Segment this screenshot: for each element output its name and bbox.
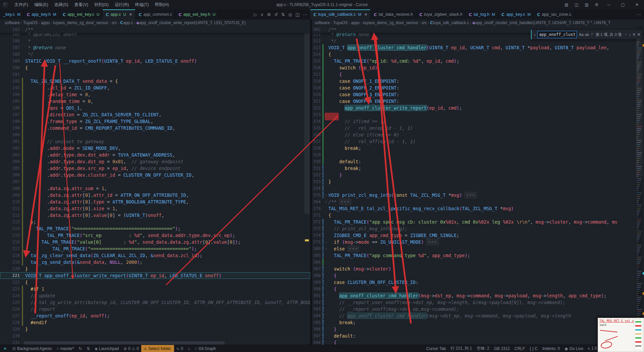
code-line[interactable]: 200 bbox=[0, 131, 310, 138]
code-line[interactable]: 193 .zcl_id = ZCL_ID_ONOFF, bbox=[0, 84, 310, 91]
code-line[interactable]: 315 TAL_PR_TRACE("ep_id: %d,cmd: %d", ep… bbox=[312, 58, 644, 64]
remote-indicator[interactable]: ✕ bbox=[0, 345, 10, 352]
code-line[interactable]: 322 app_onoff_cluster_write_report(ep_id… bbox=[312, 105, 644, 111]
code-line[interactable]: 327 // rel_off(ep_id - 1, 1) bbox=[312, 138, 644, 145]
code-line[interactable]: 397 default: bbox=[312, 333, 644, 339]
tab-app.c[interactable]: Capp.cU✕ bbox=[103, 9, 136, 19]
find-option-ab[interactable]: ab bbox=[584, 33, 590, 37]
folded-code-ellipsis[interactable]: ··· bbox=[347, 245, 360, 252]
code-line[interactable]: 206 .addr.type.dev.cluster_id = CLUSTER_… bbox=[0, 172, 310, 178]
menu-item-r[interactable]: 运行(R) bbox=[112, 0, 132, 9]
tab-tuya_zigbee_stack.h[interactable]: Ctuya_zigbee_stack.h bbox=[416, 9, 466, 19]
toggle-panel-icon[interactable]: ▤ bbox=[561, 2, 572, 7]
code-line[interactable]: 387 switch (msg->cluster) bbox=[312, 266, 644, 272]
launchpad[interactable]: ◈Launchpad bbox=[92, 345, 121, 352]
code-line[interactable]: 198 .frame_type = ZG_ZCL_FRAME_TYPE_GLOB… bbox=[0, 118, 310, 125]
find-close-button[interactable]: ✕ bbox=[636, 32, 641, 37]
find-option-[interactable]: .* bbox=[590, 33, 593, 37]
code-line[interactable]: 220} bbox=[0, 266, 310, 272]
menu-item-v[interactable]: 查看(V) bbox=[71, 0, 91, 9]
code-line[interactable]: 317 { bbox=[312, 71, 644, 78]
code-line[interactable]: 372 TAL_PR_TRACE("app spec msg cb: clust… bbox=[312, 219, 644, 225]
breadcrumb-item[interactable]: app_onoff_cluster_write_report(UINT8_T, … bbox=[139, 20, 246, 25]
code-line[interactable]: 221VOID_T app_onoff_cluster_write_report… bbox=[0, 272, 310, 279]
problems[interactable]: ⊘0⚠0 bbox=[121, 345, 141, 352]
find-prev-button[interactable]: ↑ bbox=[624, 32, 628, 37]
code-line[interactable]: 374 ZIGBEE_CMD_E app_cmd_type = ZIGBEE_C… bbox=[312, 232, 644, 239]
fold-chevron-icon[interactable]: › bbox=[324, 245, 328, 252]
cursor-position[interactable]: 行 221, 列 1 bbox=[448, 345, 474, 352]
code-line[interactable]: 319 case ONOFF_2_ENDPOINT: bbox=[312, 84, 644, 91]
code-line[interactable]: 314{ bbox=[312, 51, 644, 58]
left-horizontal-scrollbar[interactable] bbox=[23, 341, 225, 345]
find-next-button[interactable]: ↓ bbox=[628, 32, 632, 37]
language-mode[interactable]: { } C bbox=[527, 345, 540, 352]
menu-item-e[interactable]: 编辑(E) bbox=[31, 0, 51, 9]
code-line[interactable]: 207 bbox=[0, 178, 310, 185]
code-line[interactable]: 392 // __report_user_onoff(msg->dst_ep, … bbox=[312, 299, 644, 306]
code-line[interactable]: 325 // rel_on(ep_id - 1, 1) bbox=[312, 125, 644, 131]
code-line[interactable]: 223 #if 1 bbox=[0, 286, 310, 292]
breadcrumb[interactable]: software›TuyaOS›apps›tuyaos_demo_zg_door… bbox=[0, 19, 310, 26]
code-line[interactable]: 210 .data.zg.attr[0].type = ATTR_BOOLEAN… bbox=[0, 198, 310, 205]
code-line[interactable]: 333} bbox=[312, 178, 644, 185]
code-line[interactable]: 316 switch (ep_id) bbox=[312, 64, 644, 71]
code-line[interactable]: 219 tal_zg_send_data(&send_data, NULL, 2… bbox=[0, 259, 310, 266]
editor-pane-divider[interactable] bbox=[310, 9, 312, 345]
indents[interactable]: Indents: 0 bbox=[540, 345, 562, 352]
tab-app_common.c[interactable]: Capp_common.c bbox=[136, 9, 175, 19]
sync-icon[interactable]: ↻ bbox=[76, 345, 85, 352]
port-count[interactable]: ∿0 bbox=[174, 345, 185, 352]
code-line[interactable]: 335›VOID print_zcl_msg_info(const TAL_ZC… bbox=[312, 192, 644, 198]
code-line[interactable]: 388 { bbox=[312, 272, 644, 279]
breadcrumb-item[interactable]: src bbox=[421, 20, 427, 25]
code-line[interactable]: 380› else··· bbox=[312, 245, 644, 252]
more-actions-icon[interactable]: ⋯ bbox=[301, 12, 309, 17]
tab-_key.c[interactable]: _key.cM bbox=[0, 9, 24, 19]
code-line[interactable]: 385 TAL_PR_TRACE("app command type %d", … bbox=[312, 252, 644, 259]
breadcrumb-item[interactable]: app_onoff_cluster_cmd_handler(UINT8_T, U… bbox=[475, 20, 610, 25]
code-line[interactable]: 205 .addr.type.dev.src_ep = ep_id, // de… bbox=[0, 165, 310, 172]
editor-right[interactable]: 302/**311 * @return none312 */313VOID_T … bbox=[312, 26, 644, 345]
breadcrumb-item[interactable]: apps bbox=[351, 20, 360, 25]
maximize-button[interactable]: ▢ bbox=[616, 0, 630, 9]
settings-gear-icon[interactable]: ⚙ bbox=[265, 12, 273, 17]
code-line[interactable]: 208 .data.zg.attr_sum = 1, bbox=[0, 185, 310, 192]
toggle-replace-chevron-icon[interactable]: › bbox=[533, 32, 536, 37]
run-button[interactable]: ▷ bbox=[252, 12, 259, 17]
code-line[interactable]: 330 default: bbox=[312, 158, 644, 165]
code-line[interactable]: 185 * @param[in] onoff bbox=[0, 33, 310, 38]
code-line[interactable]: 199 .command_id = CMD_REPORT_ATTRIBUTES_… bbox=[0, 125, 310, 131]
run-dropdown-chevron-icon[interactable]: ∨ bbox=[259, 12, 265, 17]
select-folder-warning[interactable]: ⚠Select folder. bbox=[141, 345, 174, 352]
code-line[interactable]: 394 // app_onoff_cluster_cmd_handler(msg… bbox=[312, 312, 644, 319]
tab-app_key.c[interactable]: Capp_key.cM bbox=[498, 9, 534, 19]
code-line[interactable]: 371{ bbox=[312, 212, 644, 219]
menu-item-h[interactable]: 帮助(H) bbox=[152, 0, 172, 9]
toggle-sidebar-icon[interactable]: ▥ bbox=[582, 2, 592, 7]
code-line[interactable]: 364›/**··· bbox=[312, 198, 644, 205]
code-line[interactable]: 334 bbox=[312, 185, 644, 192]
breadcrumb[interactable]: software›TuyaOS›apps›tuyaos_demo_zg_door… bbox=[312, 19, 644, 26]
find-in-selection-button[interactable]: ≡ bbox=[632, 32, 636, 37]
code-line[interactable]: 194 .delay_time = 0, bbox=[0, 91, 310, 98]
fold-chevron-icon[interactable]: › bbox=[324, 198, 328, 205]
history-icon[interactable]: ↺ bbox=[273, 12, 280, 17]
git-branch[interactable]: ⑂master* bbox=[54, 345, 76, 352]
code-line[interactable]: 189STATIC VOID_T __report_onoff(UINT8_T … bbox=[0, 58, 310, 64]
split-editor-icon[interactable]: ◫ bbox=[572, 2, 582, 7]
breadcrumb-item[interactable]: tuyaos_demo_zg_door_sensor bbox=[53, 20, 108, 25]
indentation[interactable]: 空格: 2 bbox=[474, 345, 491, 352]
minimize-button[interactable]: ─ bbox=[602, 0, 616, 9]
menu-item-g[interactable]: 转到(G) bbox=[91, 0, 112, 9]
code-line[interactable]: 375› if (msg->mode == ZG_UNICAST_MODE)··… bbox=[312, 239, 644, 245]
code-line[interactable]: 203 .addr.type.dev.dst_addr = TUYA_GATEW… bbox=[0, 152, 310, 158]
code-line[interactable]: 389 case CLUSTER_ON_OFF_CLUSTER_ID: bbox=[312, 279, 644, 286]
breadcrumb-item[interactable]: TuyaOS bbox=[333, 20, 348, 25]
tab-app_ias_zone.c[interactable]: Capp_ias_zone.c bbox=[534, 9, 575, 19]
code-line[interactable]: 226 // report bbox=[0, 306, 310, 312]
tab-tal_data_receive.h[interactable]: Ctal_data_receive.h bbox=[371, 9, 416, 19]
code-line[interactable]: 191 bbox=[0, 71, 310, 78]
menu-item-t[interactable]: 终端(T) bbox=[132, 0, 152, 9]
close-button[interactable]: ✕ bbox=[630, 0, 644, 9]
